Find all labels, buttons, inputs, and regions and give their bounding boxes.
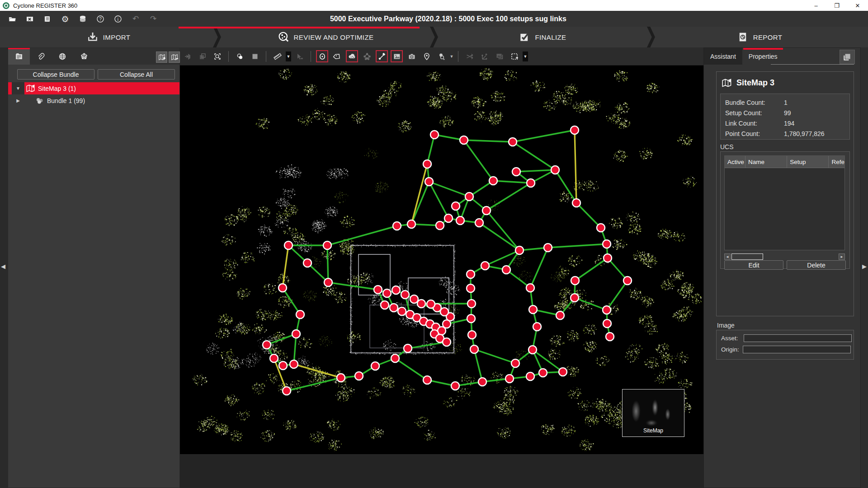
setup-link[interactable]	[513, 142, 555, 170]
sitemap-viewport[interactable]: SiteMap	[180, 66, 703, 454]
setup-node[interactable]	[444, 214, 453, 222]
collapse-right-panel-icon[interactable]: ▶	[862, 263, 867, 270]
setup-node[interactable]	[509, 138, 517, 146]
setup-node[interactable]	[374, 286, 382, 294]
setup-node[interactable]	[292, 330, 300, 338]
tree-item-sitemap[interactable]: ▼ SiteMap 3 (1)	[8, 82, 179, 94]
toggle-draw-link-icon[interactable]	[376, 50, 388, 62]
setup-node[interactable]	[512, 168, 520, 176]
setup-link[interactable]	[493, 181, 531, 183]
setup-node[interactable]	[603, 319, 611, 328]
origin-field[interactable]	[743, 346, 851, 353]
setup-node[interactable]	[456, 216, 464, 225]
collapse-bundle-button[interactable]: Collapse Bundle	[17, 69, 94, 80]
setup-node[interactable]	[390, 304, 398, 312]
setup-node[interactable]	[468, 331, 476, 339]
setup-link[interactable]	[575, 298, 607, 310]
setup-node[interactable]	[323, 241, 331, 249]
ucs-col-active[interactable]: Active	[725, 156, 745, 168]
setup-node[interactable]	[529, 305, 537, 314]
setup-node[interactable]	[465, 192, 473, 201]
setup-link[interactable]	[464, 140, 513, 142]
setup-node[interactable]	[410, 295, 418, 303]
setup-node[interactable]	[278, 284, 287, 292]
tab-import[interactable]: IMPORT	[0, 27, 217, 47]
setup-link[interactable]	[575, 130, 576, 203]
select-region-icon[interactable]	[508, 50, 520, 62]
remove-sitemap-button[interactable]	[169, 52, 180, 63]
ucs-col-reference[interactable]: Refe	[829, 156, 844, 168]
setup-node[interactable]	[467, 270, 475, 278]
setup-node[interactable]	[383, 289, 391, 297]
setup-node[interactable]	[279, 361, 287, 370]
dropdown-icon[interactable]: ▼	[449, 54, 454, 59]
setup-node[interactable]	[381, 301, 389, 309]
close-project-icon[interactable]	[25, 14, 35, 24]
help-icon[interactable]: ?	[95, 14, 105, 24]
setup-link[interactable]	[516, 170, 555, 172]
setup-node[interactable]	[324, 278, 332, 286]
setup-link[interactable]	[395, 358, 427, 380]
toggle-cloud-icon[interactable]	[346, 50, 358, 62]
setup-node[interactable]	[482, 206, 491, 215]
setup-link[interactable]	[408, 342, 447, 348]
setup-node[interactable]	[355, 372, 363, 380]
register-icon[interactable]	[42, 14, 52, 24]
setup-link[interactable]	[474, 349, 515, 363]
setup-node[interactable]	[533, 323, 541, 331]
setup-pair-icon[interactable]	[234, 50, 246, 62]
setup-node[interactable]	[478, 378, 486, 386]
setup-link[interactable]	[486, 183, 531, 211]
setup-node[interactable]	[392, 286, 400, 294]
setup-node[interactable]	[527, 179, 535, 187]
setup-node[interactable]	[505, 375, 514, 383]
setup-link[interactable]	[267, 334, 296, 345]
setup-node[interactable]	[430, 131, 439, 139]
setup-node[interactable]	[290, 360, 298, 368]
asset-field[interactable]	[744, 334, 852, 342]
setup-node[interactable]	[559, 368, 567, 376]
info-icon[interactable]: i	[113, 14, 123, 24]
ucs-table[interactable]: Active Name Setup Refe	[724, 155, 845, 250]
sitemap-image-icon[interactable]	[493, 50, 505, 62]
setup-node[interactable]	[571, 277, 579, 285]
setup-node[interactable]	[470, 345, 478, 353]
setup-link[interactable]	[283, 288, 300, 314]
close-button[interactable]: ✕	[847, 0, 868, 11]
setup-link[interactable]	[287, 378, 341, 391]
setup-node[interactable]	[467, 284, 475, 292]
measure-ruler-icon[interactable]	[271, 50, 283, 62]
scroll-thumb[interactable]	[731, 253, 763, 260]
setup-node[interactable]	[417, 300, 425, 308]
setup-node[interactable]	[371, 362, 379, 370]
add-ucs-icon[interactable]	[478, 50, 491, 62]
open-project-icon[interactable]	[7, 14, 17, 24]
tab-attachments[interactable]	[30, 48, 52, 65]
setup-node[interactable]	[551, 166, 559, 174]
setup-node[interactable]	[528, 346, 537, 354]
setup-node[interactable]	[443, 338, 451, 346]
redo-icon[interactable]: ↷	[148, 14, 158, 24]
setup-node[interactable]	[597, 224, 605, 232]
setup-link[interactable]	[575, 258, 608, 281]
expander-icon[interactable]: ▶	[12, 98, 24, 103]
screenshot-camera-icon[interactable]	[406, 50, 418, 62]
measure-pick-icon[interactable]	[293, 50, 306, 62]
auto-links-icon[interactable]	[463, 50, 476, 62]
tab-graph-view[interactable]	[73, 48, 95, 65]
tab-web-maps[interactable]	[52, 48, 73, 65]
setup-node[interactable]	[263, 341, 271, 349]
setup-node[interactable]	[604, 254, 612, 262]
ucs-col-setup[interactable]: Setup	[787, 156, 829, 168]
setup-node[interactable]	[467, 314, 475, 323]
dropdown-icon[interactable]: ▼	[523, 52, 528, 61]
expand-panel-button[interactable]	[840, 50, 855, 64]
setup-node[interactable]	[393, 222, 401, 230]
undo-icon[interactable]: ↶	[131, 14, 141, 24]
setup-node[interactable]	[539, 369, 547, 377]
setup-node[interactable]	[603, 240, 611, 248]
setup-link[interactable]	[513, 130, 575, 142]
minimize-button[interactable]: –	[806, 0, 826, 11]
setup-node[interactable]	[283, 387, 291, 395]
setup-node[interactable]	[526, 284, 534, 292]
